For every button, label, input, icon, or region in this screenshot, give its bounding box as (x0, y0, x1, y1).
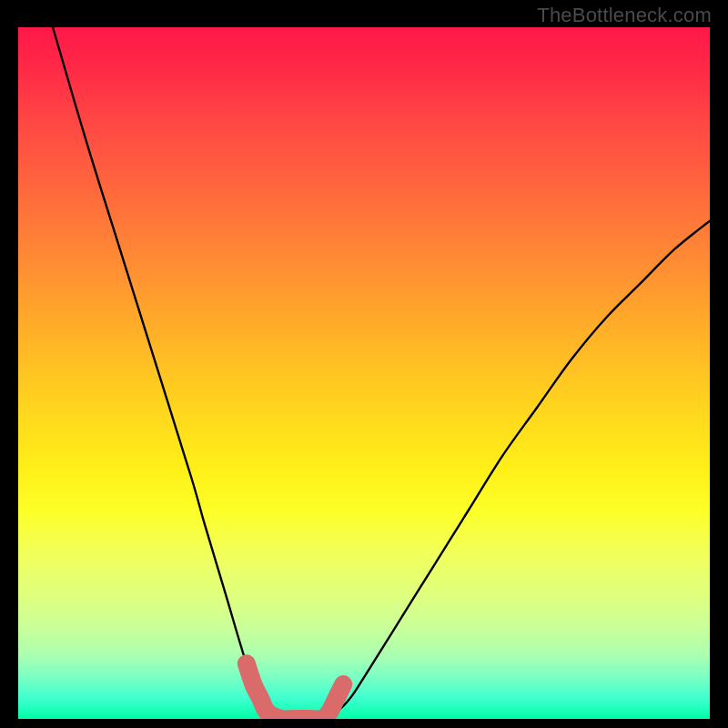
chart-area (18, 27, 710, 719)
highlight-path (247, 663, 343, 719)
watermark-text: TheBottleneck.com (537, 4, 712, 27)
curve-path (53, 27, 710, 719)
bottleneck-curve-svg (18, 27, 710, 719)
